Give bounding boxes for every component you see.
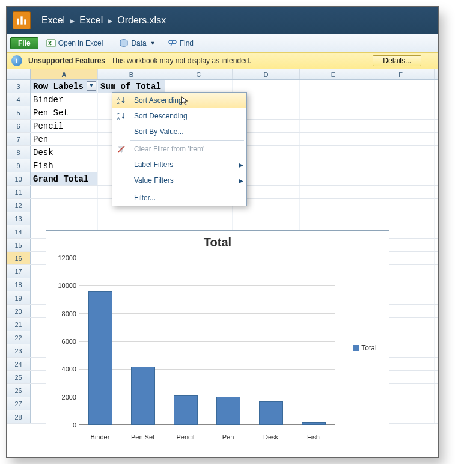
cell[interactable]: [367, 212, 435, 225]
row-header[interactable]: 22: [7, 331, 31, 344]
cell[interactable]: [367, 106, 435, 119]
breadcrumb-folder[interactable]: Excel: [79, 15, 103, 26]
cell[interactable]: [300, 80, 367, 93]
breadcrumb-app[interactable]: Excel: [41, 15, 65, 26]
row-header[interactable]: 21: [7, 318, 31, 331]
cell[interactable]: [165, 80, 233, 93]
cell[interactable]: [300, 133, 367, 145]
row-header[interactable]: 9: [7, 159, 31, 172]
row-header[interactable]: 15: [7, 239, 31, 251]
data-button[interactable]: Data ▼: [115, 37, 159, 50]
row-header[interactable]: 25: [7, 371, 31, 383]
open-in-excel-button[interactable]: Open in Excel: [42, 37, 108, 50]
row-header[interactable]: 14: [7, 225, 31, 238]
cell[interactable]: Binder: [31, 93, 98, 106]
row-header[interactable]: 11: [7, 186, 31, 198]
row-header[interactable]: 5: [7, 106, 31, 119]
row-header[interactable]: 19: [7, 291, 31, 304]
row-header[interactable]: 13: [7, 212, 31, 225]
row-header[interactable]: 7: [7, 133, 31, 145]
column-header[interactable]: B: [98, 69, 165, 79]
sort-descending-item[interactable]: ZA Sort Descending: [112, 108, 246, 124]
row-header[interactable]: 28: [7, 410, 31, 423]
cell[interactable]: Desk: [31, 146, 98, 159]
submenu-arrow-icon: ▶: [236, 162, 246, 168]
cell[interactable]: Pen Set: [31, 106, 98, 119]
cell[interactable]: [367, 172, 435, 185]
row-header[interactable]: 3: [7, 80, 31, 93]
chart-bar[interactable]: [302, 422, 326, 425]
sort-by-value-item[interactable]: Sort By Value...: [112, 124, 246, 139]
cell[interactable]: [300, 186, 367, 198]
cell[interactable]: [300, 120, 367, 132]
cell[interactable]: [300, 172, 367, 185]
row-header[interactable]: 6: [7, 120, 31, 132]
x-axis-label: Desk: [249, 433, 292, 441]
chart[interactable]: Total 020004000600080001000012000 Binder…: [46, 230, 389, 457]
cell[interactable]: [165, 212, 233, 225]
value-filters-item[interactable]: Value Filters ▶: [112, 172, 246, 188]
row-header[interactable]: 24: [7, 358, 31, 370]
row-header[interactable]: 12: [7, 199, 31, 212]
cell[interactable]: [31, 212, 98, 225]
clear-filter-icon: [112, 142, 130, 156]
row-header[interactable]: 26: [7, 384, 31, 397]
row-header[interactable]: 18: [7, 278, 31, 291]
cell[interactable]: Grand Total: [31, 172, 98, 185]
select-all-corner[interactable]: [7, 69, 31, 79]
chart-bar[interactable]: [259, 401, 283, 425]
column-header[interactable]: D: [233, 69, 300, 79]
cell[interactable]: [367, 133, 435, 145]
cell[interactable]: Pen: [31, 133, 98, 145]
cell[interactable]: Row Labels▼: [31, 80, 98, 93]
sort-by-value-label: Sort By Value...: [130, 127, 246, 136]
cell[interactable]: Sum of Total: [98, 80, 165, 93]
breadcrumb-file[interactable]: Orders.xlsx: [117, 15, 166, 26]
cell[interactable]: [300, 199, 367, 212]
cell[interactable]: [233, 212, 300, 225]
label-filters-item[interactable]: Label Filters ▶: [112, 157, 246, 172]
cell[interactable]: [367, 146, 435, 159]
filter-item[interactable]: Filter...: [112, 190, 246, 206]
cell[interactable]: Fish: [31, 159, 98, 172]
row-header[interactable]: 4: [7, 93, 31, 106]
row-header[interactable]: 10: [7, 172, 31, 185]
column-header[interactable]: F: [367, 69, 435, 79]
cell[interactable]: [31, 199, 98, 212]
row-header[interactable]: 27: [7, 397, 31, 410]
find-button[interactable]: Find: [163, 37, 198, 50]
cell[interactable]: [367, 186, 435, 198]
spreadsheet-grid[interactable]: ABCDEF 3Row Labels▼Sum of Total4Binder5P…: [7, 69, 438, 457]
cell[interactable]: [367, 199, 435, 212]
cell[interactable]: [367, 159, 435, 172]
row-header[interactable]: 20: [7, 305, 31, 317]
column-header[interactable]: E: [300, 69, 367, 79]
filter-dropdown-button[interactable]: ▼: [87, 81, 96, 91]
chart-bar[interactable]: [216, 397, 240, 425]
cell[interactable]: [300, 159, 367, 172]
column-header[interactable]: A: [31, 69, 98, 79]
cell[interactable]: [31, 186, 98, 198]
cell[interactable]: Pencil: [31, 120, 98, 132]
row-header[interactable]: 8: [7, 146, 31, 159]
sort-ascending-item[interactable]: AZ Sort Ascending: [112, 93, 246, 108]
app-logo-icon: [13, 11, 31, 29]
cell[interactable]: [300, 106, 367, 119]
row-header[interactable]: 17: [7, 265, 31, 278]
row-header[interactable]: 16: [7, 252, 31, 264]
cell[interactable]: [367, 80, 435, 93]
cell[interactable]: [300, 93, 367, 106]
cell[interactable]: [300, 212, 367, 225]
chart-bar[interactable]: [174, 395, 198, 425]
row-header[interactable]: 23: [7, 344, 31, 357]
cell[interactable]: [367, 93, 435, 106]
cell[interactable]: [300, 146, 367, 159]
chart-bar[interactable]: [131, 367, 155, 425]
details-button[interactable]: Details...: [373, 55, 421, 66]
cell[interactable]: [233, 80, 300, 93]
column-header[interactable]: C: [165, 69, 233, 79]
cell[interactable]: [98, 212, 165, 225]
cell[interactable]: [367, 120, 435, 132]
file-button[interactable]: File: [10, 37, 38, 49]
chart-bar[interactable]: [88, 291, 112, 425]
